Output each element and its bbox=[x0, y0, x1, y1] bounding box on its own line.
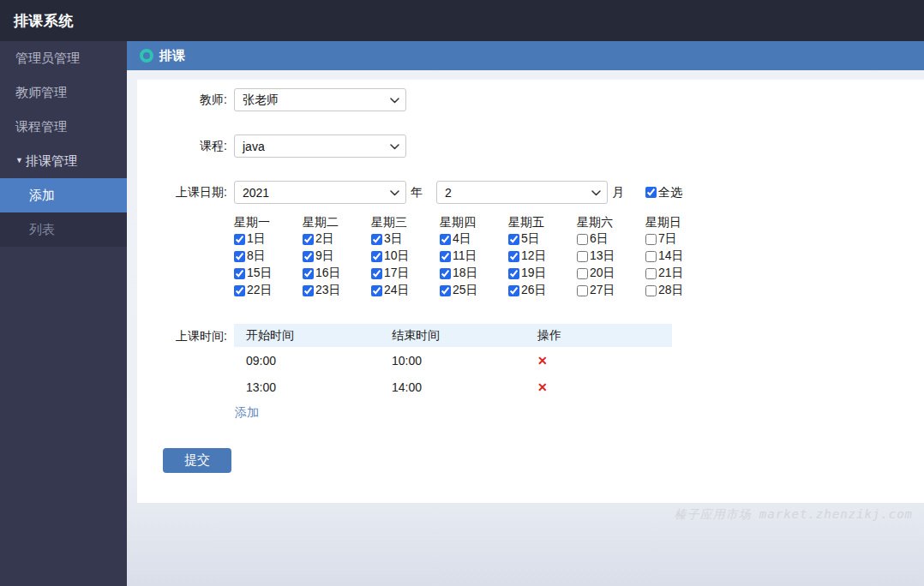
day-checkbox[interactable] bbox=[371, 268, 382, 279]
day-checkbox-item[interactable]: 9日 bbox=[303, 248, 371, 265]
sidebar-item[interactable]: 教师管理 bbox=[0, 75, 127, 110]
day-checkbox-item[interactable]: 18日 bbox=[440, 265, 508, 282]
day-checkbox[interactable] bbox=[371, 251, 382, 262]
day-checkbox[interactable] bbox=[303, 285, 314, 296]
chevron-down-icon bbox=[390, 190, 399, 196]
top-header: 排课系统 bbox=[0, 0, 924, 41]
day-checkbox-item[interactable]: 3日 bbox=[371, 230, 440, 248]
day-label: 13日 bbox=[590, 248, 615, 264]
day-checkbox-item[interactable]: 21日 bbox=[645, 265, 714, 282]
time-table-column-header: 开始时间 bbox=[234, 328, 380, 344]
day-checkbox[interactable] bbox=[645, 285, 657, 296]
weekday-label: 星期六 bbox=[577, 213, 645, 230]
time-table-column-header: 结束时间 bbox=[380, 328, 525, 344]
day-checkbox[interactable] bbox=[303, 251, 314, 262]
day-checkbox[interactable] bbox=[577, 268, 588, 279]
day-checkbox-item[interactable]: 5日 bbox=[508, 230, 577, 248]
day-checkbox-item[interactable]: 27日 bbox=[577, 282, 645, 299]
select-all-item[interactable]: 全选 bbox=[645, 185, 682, 200]
sidebar-item[interactable]: 课程管理 bbox=[0, 110, 127, 144]
day-checkbox[interactable] bbox=[508, 285, 519, 296]
day-checkbox-item[interactable]: 6日 bbox=[577, 230, 645, 248]
day-checkbox[interactable] bbox=[508, 234, 519, 245]
day-checkbox[interactable] bbox=[371, 285, 382, 296]
day-checkbox[interactable] bbox=[645, 268, 657, 279]
teacher-select-value: 张老师 bbox=[243, 93, 279, 108]
delete-time-row-button[interactable]: ✕ bbox=[537, 381, 548, 393]
delete-time-row-button[interactable]: ✕ bbox=[537, 355, 548, 367]
end-time-value: 10:00 bbox=[380, 354, 525, 368]
day-label: 16日 bbox=[315, 266, 341, 281]
course-select[interactable]: java bbox=[234, 135, 406, 158]
day-checkbox[interactable] bbox=[577, 285, 588, 296]
day-checkbox-item[interactable]: 10日 bbox=[371, 248, 440, 265]
day-checkbox-item[interactable]: 4日 bbox=[440, 230, 508, 248]
sidebar-subitem[interactable]: 列表 bbox=[0, 212, 127, 247]
day-checkbox[interactable] bbox=[371, 234, 382, 245]
day-checkbox-item[interactable]: 1日 bbox=[234, 230, 303, 248]
day-label: 26日 bbox=[521, 283, 547, 298]
day-checkbox[interactable] bbox=[440, 234, 451, 245]
sidebar-item-label: 排课管理 bbox=[26, 153, 77, 170]
time-table-header: 开始时间结束时间操作 bbox=[234, 324, 672, 347]
sidebar-item[interactable]: 管理员管理 bbox=[0, 41, 127, 75]
day-checkbox-item[interactable]: 20日 bbox=[577, 265, 645, 282]
day-checkbox-item[interactable]: 28日 bbox=[645, 282, 714, 299]
day-checkbox-item[interactable]: 13日 bbox=[577, 248, 645, 265]
day-checkbox-item[interactable]: 19日 bbox=[508, 265, 577, 282]
day-label: 3日 bbox=[384, 231, 403, 247]
day-checkbox-item[interactable]: 2日 bbox=[303, 230, 371, 248]
day-checkbox-item[interactable]: 15日 bbox=[234, 265, 303, 282]
day-checkbox-item[interactable]: 17日 bbox=[371, 265, 440, 282]
year-select[interactable]: 2021 bbox=[234, 181, 406, 204]
weekday-label: 星期日 bbox=[645, 213, 714, 230]
day-label: 23日 bbox=[315, 283, 341, 298]
month-select[interactable]: 2 bbox=[436, 181, 608, 204]
select-all-checkbox[interactable] bbox=[645, 187, 657, 198]
day-label: 27日 bbox=[590, 283, 615, 298]
day-checkbox[interactable] bbox=[508, 268, 519, 279]
day-checkbox[interactable] bbox=[303, 234, 314, 245]
time-table-row: 09:0010:00✕ bbox=[234, 347, 672, 374]
day-checkbox[interactable] bbox=[645, 234, 657, 245]
day-checkbox[interactable] bbox=[440, 285, 451, 296]
add-time-link[interactable]: 添加 bbox=[235, 405, 259, 421]
day-checkbox[interactable] bbox=[440, 251, 451, 262]
day-label: 4日 bbox=[453, 231, 471, 247]
day-checkbox[interactable] bbox=[303, 268, 314, 279]
sidebar-item[interactable]: ▼排课管理 bbox=[0, 144, 127, 178]
day-checkbox[interactable] bbox=[645, 251, 657, 262]
sidebar-subitem[interactable]: 添加 bbox=[0, 178, 127, 212]
day-label: 22日 bbox=[247, 283, 273, 298]
day-label: 18日 bbox=[453, 266, 478, 281]
day-checkbox[interactable] bbox=[234, 234, 245, 245]
weekday-label: 星期一 bbox=[234, 213, 303, 230]
day-checkbox[interactable] bbox=[234, 268, 245, 279]
end-time-value: 14:00 bbox=[380, 380, 525, 394]
day-checkbox[interactable] bbox=[577, 234, 588, 245]
sidebar: 管理员管理教师管理课程管理▼排课管理 添加列表 bbox=[0, 41, 127, 586]
date-label: 上课日期: bbox=[137, 185, 227, 200]
day-checkbox-item[interactable]: 26日 bbox=[508, 282, 577, 299]
day-checkbox-item[interactable]: 14日 bbox=[645, 248, 714, 265]
day-checkbox-item[interactable]: 11日 bbox=[440, 248, 508, 265]
day-checkbox[interactable] bbox=[508, 251, 519, 262]
day-checkbox[interactable] bbox=[440, 268, 451, 279]
day-checkbox-item[interactable]: 24日 bbox=[371, 282, 440, 299]
day-checkbox-item[interactable]: 7日 bbox=[645, 230, 714, 248]
day-checkbox-item[interactable]: 22日 bbox=[234, 282, 303, 299]
day-label: 15日 bbox=[247, 266, 273, 281]
submit-button[interactable]: 提交 bbox=[163, 448, 231, 473]
day-checkbox[interactable] bbox=[577, 251, 588, 262]
teacher-select[interactable]: 张老师 bbox=[234, 88, 406, 111]
day-checkbox-item[interactable]: 12日 bbox=[508, 248, 577, 265]
day-checkbox-item[interactable]: 25日 bbox=[440, 282, 508, 299]
day-label: 11日 bbox=[453, 248, 477, 264]
day-checkbox-item[interactable]: 16日 bbox=[303, 265, 371, 282]
day-checkbox-item[interactable]: 8日 bbox=[234, 248, 303, 265]
day-checkbox[interactable] bbox=[234, 251, 245, 262]
day-checkbox-item[interactable]: 23日 bbox=[303, 282, 371, 299]
month-select-value: 2 bbox=[445, 186, 452, 200]
day-checkbox[interactable] bbox=[234, 285, 245, 296]
day-label: 24日 bbox=[384, 283, 410, 298]
